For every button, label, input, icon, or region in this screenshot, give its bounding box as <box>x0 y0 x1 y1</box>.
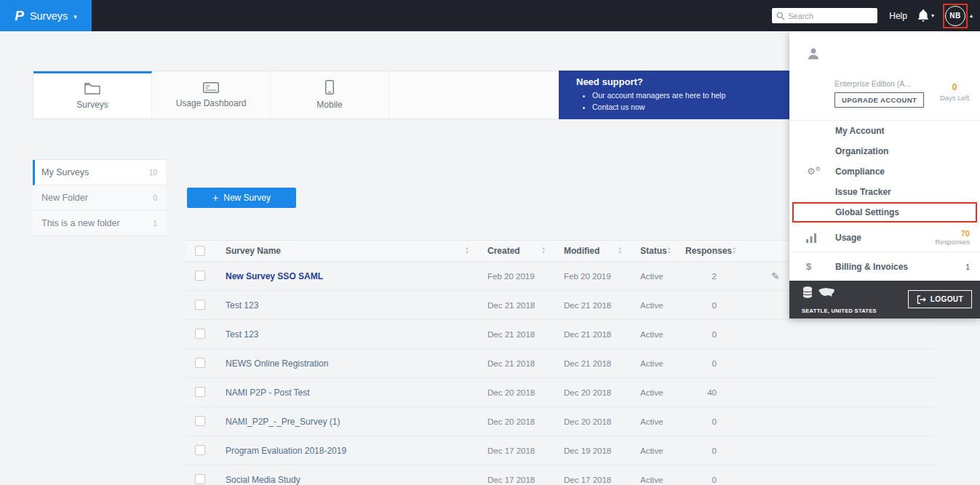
survey-name-link[interactable]: NAMI P2P - Post Test <box>226 388 310 398</box>
menu-item-my-account[interactable]: My Account <box>789 121 980 141</box>
survey-name-cell: New Survey SSO SAML <box>226 271 477 281</box>
row-checkbox-cell <box>186 270 226 282</box>
sort-icon[interactable]: ▲▼ <box>732 246 736 254</box>
row-checkbox[interactable] <box>195 300 205 310</box>
logout-icon <box>917 295 926 304</box>
modified-date: Feb 20 2019 <box>553 272 629 281</box>
usage-stats: 70 Responses <box>935 229 970 246</box>
modified-date: Dec 21 2018 <box>553 301 629 310</box>
survey-name-link[interactable]: Social Media Study <box>226 475 300 485</box>
sort-icon[interactable]: ▲▼ <box>667 246 672 254</box>
status-text: Active <box>629 476 674 484</box>
survey-name-link[interactable]: Program Evaluation 2018-2019 <box>226 446 346 456</box>
new-survey-button[interactable]: + New Survey <box>187 188 296 208</box>
responses-count: 0 <box>674 446 724 455</box>
sort-down-arrow: ▼ <box>541 251 546 255</box>
row-checkbox[interactable] <box>195 474 205 484</box>
billing-stats: 1 <box>965 262 970 271</box>
logout-button[interactable]: LOGOUT <box>908 290 972 308</box>
menu-item-compliance[interactable]: ⚙⚙ Compliance <box>789 161 980 182</box>
survey-name-cell: Test 123 <box>226 329 477 340</box>
sidebar-item-my-surveys[interactable]: My Surveys 10 <box>33 160 166 185</box>
database-icon <box>802 286 813 298</box>
menu-item-usage[interactable]: Usage 70 Responses <box>789 223 980 252</box>
survey-name-link[interactable]: Test 123 <box>226 300 258 310</box>
modified-date: Dec 21 2018 <box>553 359 629 368</box>
select-all-checkbox[interactable] <box>195 246 205 256</box>
product-switcher[interactable]: P Surveys ▾ <box>0 0 92 31</box>
menu-item-billing-invoices[interactable]: $ Billing & Invoices 1 <box>789 252 980 281</box>
survey-name-cell: NAMI_P2P_-_Pre_Survey (1) <box>226 417 477 427</box>
modified-date: Dec 17 2018 <box>553 476 629 484</box>
chevron-up-icon: ▴ <box>970 12 973 19</box>
user-avatar[interactable]: NB <box>945 6 965 26</box>
responses-count: 0 <box>674 359 724 368</box>
folder-count: 1 <box>153 220 157 228</box>
account-menu: Enterprise Edition (A... UPGRADE ACCOUNT… <box>789 31 980 318</box>
menu-item-organization[interactable]: Organization <box>789 141 980 161</box>
survey-name-link[interactable]: Test 123 <box>226 329 258 340</box>
col-header-responses[interactable]: Responses ▲▼ <box>674 246 724 256</box>
menu-item-global-settings[interactable]: Global Settings <box>792 202 977 223</box>
sort-icon[interactable]: ▲▼ <box>618 246 622 254</box>
table-row: NAMI_P2P_-_Pre_Survey (1) Dec 20 2018 De… <box>186 407 935 436</box>
menu-item-label: My Account <box>835 126 885 136</box>
col-label: Modified <box>564 246 599 256</box>
survey-name-cell: NAMI P2P - Post Test <box>226 388 477 398</box>
row-checkbox-cell <box>186 474 226 485</box>
tab-label: Usage Dashboard <box>176 98 247 108</box>
survey-name-link[interactable]: New Survey SSO SAML <box>226 271 323 281</box>
row-checkbox[interactable] <box>195 270 205 281</box>
row-checkbox[interactable] <box>195 445 205 455</box>
col-header-survey-name[interactable]: Survey Name ▲▼ <box>226 246 477 256</box>
dashboard-icon <box>203 82 219 93</box>
status-text: Active <box>629 446 674 455</box>
tab-surveys[interactable]: Surveys <box>33 71 152 119</box>
edit-icon[interactable]: ✎ <box>771 270 780 282</box>
col-header-modified[interactable]: Modified ▲▼ <box>553 246 629 256</box>
tab-label: Surveys <box>76 100 108 110</box>
col-header-created[interactable]: Created ▲▼ <box>477 246 553 256</box>
notifications-button[interactable]: ▾ <box>917 9 934 22</box>
search-input[interactable] <box>788 12 873 20</box>
sidebar-item-this-is-a-new-folder[interactable]: This is a new folder 1 <box>33 211 166 236</box>
row-checkbox[interactable] <box>195 387 205 397</box>
sidebar-item-new-folder[interactable]: New Folder 0 <box>33 185 166 211</box>
row-checkbox-cell <box>186 300 226 311</box>
new-survey-label: New Survey <box>223 193 271 203</box>
col-label: Created <box>487 246 520 256</box>
survey-name-cell: NEWS Online Registration <box>226 358 477 369</box>
select-all-cell <box>186 246 226 256</box>
row-checkbox-cell <box>186 358 226 369</box>
row-checkbox[interactable] <box>195 358 205 368</box>
responses-count: 0 <box>674 301 724 310</box>
annotation-avatar-highlight: NB <box>943 4 968 28</box>
col-header-status[interactable]: Status ▲▼ <box>629 246 674 256</box>
sort-icon[interactable]: ▲▼ <box>465 246 469 254</box>
menu-item-issue-tracker[interactable]: Issue Tracker <box>789 182 980 202</box>
row-checkbox-cell <box>186 387 226 398</box>
tab-mobile[interactable]: Mobile <box>271 71 389 119</box>
row-checkbox[interactable] <box>195 416 205 426</box>
survey-name-link[interactable]: NEWS Online Registration <box>226 358 328 369</box>
sort-icon[interactable]: ▲▼ <box>541 246 546 254</box>
gears-icon: ⚙⚙ <box>807 166 821 177</box>
help-link[interactable]: Help <box>889 11 907 21</box>
survey-name-cell: Social Media Study <box>226 475 477 485</box>
billing-value: 1 <box>965 262 970 271</box>
datacenter-location: SEATTLE, UNITED STATES <box>802 308 877 314</box>
responses-count: 2 <box>674 272 724 281</box>
usa-map-icon <box>818 287 835 297</box>
survey-name-link[interactable]: NAMI_P2P_-_Pre_Survey (1) <box>226 417 340 427</box>
global-search <box>772 8 877 23</box>
tab-label: Mobile <box>316 100 342 110</box>
row-checkbox[interactable] <box>195 329 205 339</box>
table-row: NEWS Online Registration Dec 21 2018 Dec… <box>186 349 935 378</box>
col-label: Status <box>640 246 667 256</box>
created-date: Dec 21 2018 <box>477 301 553 310</box>
edition-label: Enterprise Edition (A... <box>834 79 911 88</box>
tab-usage-dashboard[interactable]: Usage Dashboard <box>152 71 271 119</box>
app-window: P Surveys ▾ Help ▾ NB ▴ <box>0 0 980 485</box>
upgrade-account-button[interactable]: UPGRADE ACCOUNT <box>834 92 924 108</box>
responses-count: 0 <box>674 476 724 484</box>
